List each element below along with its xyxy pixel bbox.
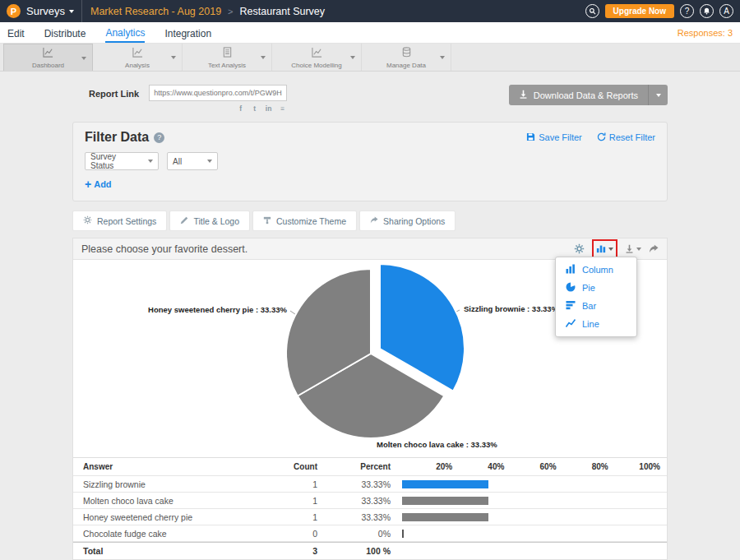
tab-report-settings[interactable]: Report Settings — [72, 211, 167, 231]
tab-manage-data[interactable]: Manage Data — [362, 44, 451, 71]
percent-cell: 33.33% — [331, 512, 400, 522]
gears-icon — [83, 215, 92, 226]
scale-tick: 80% — [557, 462, 608, 471]
reset-filter-label: Reset Filter — [609, 132, 655, 142]
tab-choice-modelling[interactable]: Choice Modelling — [272, 44, 362, 71]
report-settings-tabs: Report Settings Title & Logo Customize T… — [72, 211, 668, 231]
tab-label: Customize Theme — [276, 216, 346, 226]
survey-nav: Edit Distribute Analytics Integration Re… — [0, 22, 740, 44]
avatar[interactable]: A — [719, 4, 733, 18]
search-icon[interactable] — [585, 4, 599, 18]
answer-cell: Molten choco lava cake — [73, 496, 261, 506]
tab-sharing-options[interactable]: Sharing Options — [359, 211, 456, 231]
tab-label: Choice Modelling — [291, 62, 341, 69]
table-header-row: Answer Count Percent 20% 40% 60% 80% 100… — [73, 458, 667, 476]
download-data-reports-button[interactable]: Download Data & Reports — [509, 85, 648, 105]
save-filter-label: Save Filter — [539, 132, 582, 142]
total-count: 3 — [261, 546, 331, 556]
chart-type-selector-highlighted[interactable] — [592, 239, 617, 259]
pie-chart-icon — [566, 282, 576, 294]
menu-item-label: Bar — [582, 301, 596, 311]
linkedin-icon[interactable]: in — [264, 104, 273, 113]
answer-cell: Chocolate fudge cake — [73, 529, 261, 539]
reset-filter-link[interactable]: Reset Filter — [597, 132, 655, 143]
menu-item-pie[interactable]: Pie — [556, 279, 636, 297]
chevron-down-icon[interactable] — [261, 56, 266, 59]
share-chart-icon[interactable] — [649, 244, 659, 254]
tab-title-logo[interactable]: Title & Logo — [169, 211, 250, 231]
answer-cell: Sizzling brownie — [73, 479, 261, 489]
tab-dashboard[interactable]: Dashboard — [3, 44, 93, 71]
bar-chart-icon — [596, 242, 606, 257]
tab-label: Text Analysis — [208, 62, 246, 69]
help-icon[interactable]: ? — [680, 4, 694, 18]
menu-item-bar[interactable]: Bar — [556, 297, 636, 315]
menu-item-line[interactable]: Line — [556, 315, 636, 333]
pencil-icon — [180, 216, 188, 226]
nav-item-analytics[interactable]: Analytics — [105, 23, 145, 43]
results-table: Answer Count Percent 20% 40% 60% 80% 100… — [73, 457, 667, 559]
add-filter-link[interactable]: + Add — [85, 178, 112, 191]
report-link-row: Report Link f t in ≡ Download Data & Rep… — [72, 85, 668, 113]
tab-label: Report Settings — [97, 216, 156, 226]
responses-count[interactable]: Responses: 3 — [678, 28, 733, 38]
bar-scale: 20% 40% 60% 80% 100% — [400, 462, 667, 471]
scale-tick: 100% — [608, 462, 660, 471]
analytics-toolstrip: Dashboard Analysis Text Analysis Choice … — [0, 44, 740, 72]
tab-label: Manage Data — [386, 62, 426, 69]
tab-customize-theme[interactable]: Customize Theme — [252, 211, 357, 231]
chevron-down-icon — [148, 160, 153, 163]
tab-text-analysis[interactable]: Text Analysis — [183, 44, 272, 71]
chevron-down-icon — [636, 248, 641, 251]
question-title: Please choose your favorite dessert. — [81, 243, 247, 255]
share-arrow-icon — [370, 216, 378, 226]
status-all-select[interactable]: All — [167, 152, 218, 170]
answer-bar — [402, 480, 488, 488]
embed-icon[interactable]: ≡ — [278, 104, 287, 113]
surveys-menu[interactable]: Surveys — [26, 5, 74, 17]
filter-help-icon[interactable]: ? — [154, 132, 164, 143]
database-icon — [401, 46, 412, 61]
download-chart-icon[interactable] — [625, 244, 641, 253]
download-options-caret[interactable] — [648, 85, 668, 105]
twitter-icon[interactable]: t — [250, 104, 259, 113]
chevron-down-icon — [608, 248, 613, 251]
table-row: Honey sweetened cherry pie 1 33.33% — [73, 509, 667, 525]
pie-label-sizzling-brownie: Sizzling brownie : 33.33% — [464, 304, 558, 313]
chevron-down-icon[interactable] — [440, 56, 445, 59]
report-link-label: Report Link — [89, 89, 139, 99]
header-answer: Answer — [73, 462, 261, 471]
table-total-row: Total 3 100 % — [73, 542, 667, 559]
percent-cell: 33.33% — [331, 496, 400, 506]
questionpro-logo[interactable]: P — [7, 4, 21, 18]
chevron-down-icon — [207, 160, 212, 163]
breadcrumb-project-link[interactable]: Market Research - Aug 2019 — [90, 6, 221, 17]
tab-analysis[interactable]: Analysis — [93, 44, 183, 71]
nav-item-edit[interactable]: Edit — [7, 24, 25, 42]
reset-undo-icon — [597, 132, 606, 143]
nav-item-distribute[interactable]: Distribute — [44, 24, 86, 42]
chevron-down-icon[interactable] — [81, 57, 86, 60]
chevron-down-icon — [656, 94, 661, 97]
notifications-bell-icon[interactable] — [700, 4, 714, 18]
nav-item-integration[interactable]: Integration — [164, 24, 211, 42]
brush-icon — [263, 216, 271, 226]
header-count: Count — [261, 462, 331, 471]
menu-item-column[interactable]: Column — [556, 261, 636, 279]
chart-line-icon — [312, 46, 322, 61]
save-filter-link[interactable]: Save Filter — [526, 132, 582, 143]
table-row: Molten choco lava cake 1 33.33% — [73, 493, 667, 509]
share-icons-row: f t in ≡ — [149, 104, 287, 113]
survey-status-select[interactable]: Survey Status — [85, 152, 159, 170]
report-display-settings-icon[interactable] — [574, 243, 585, 254]
answer-bar — [402, 513, 488, 521]
chevron-down-icon[interactable] — [171, 56, 176, 59]
facebook-icon[interactable]: f — [236, 104, 245, 113]
filter-data-title: Filter Data — [85, 130, 149, 145]
scale-tick: 60% — [504, 462, 556, 471]
upgrade-now-button[interactable]: Upgrade Now — [605, 4, 674, 18]
report-link-input[interactable] — [149, 85, 287, 101]
menu-item-label: Column — [582, 265, 613, 275]
chevron-down-icon[interactable] — [350, 56, 355, 59]
breadcrumb: Market Research - Aug 2019 > Restaurant … — [90, 6, 325, 17]
